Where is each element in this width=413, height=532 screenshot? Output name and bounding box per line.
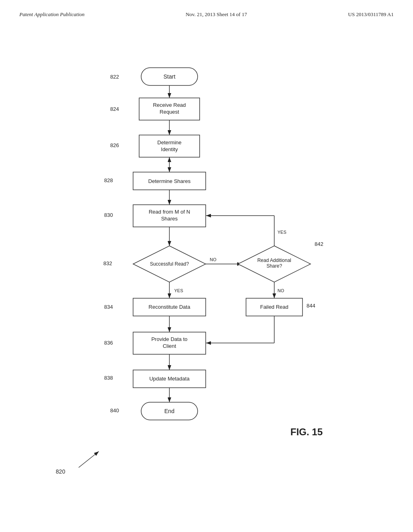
node-842: Read Additional Share? 842 xyxy=(238,241,323,282)
svg-text:YES: YES xyxy=(277,230,286,235)
svg-text:YES: YES xyxy=(174,288,183,293)
svg-text:Identity: Identity xyxy=(161,146,178,152)
node-826: Determine Identity 826 xyxy=(110,135,200,157)
svg-text:Receive Read: Receive Read xyxy=(153,102,186,108)
svg-text:844: 844 xyxy=(307,303,315,309)
svg-text:Read Additional: Read Additional xyxy=(257,258,291,263)
svg-text:End: End xyxy=(165,408,175,414)
svg-text:842: 842 xyxy=(315,241,323,247)
svg-text:820: 820 xyxy=(56,468,65,475)
node-828: Determine Shares 828 xyxy=(104,172,206,190)
node-822: Start 822 xyxy=(110,68,198,85)
node-834: Reconstitute Data 834 xyxy=(104,298,206,316)
header-center: Nov. 21, 2013 Sheet 14 of 17 xyxy=(186,11,247,18)
header-right: US 2013/0311789 A1 xyxy=(348,11,394,18)
node-832: Successful Read? 832 xyxy=(103,246,206,282)
node-830: Read from M of N Shares 830 xyxy=(104,205,206,227)
svg-text:822: 822 xyxy=(110,74,119,80)
svg-text:834: 834 xyxy=(104,304,113,310)
svg-text:826: 826 xyxy=(110,142,119,148)
svg-text:Shares: Shares xyxy=(161,216,178,222)
svg-text:Client: Client xyxy=(163,343,176,349)
svg-text:Provide Data to: Provide Data to xyxy=(151,336,188,342)
svg-text:NO: NO xyxy=(210,257,217,262)
svg-text:836: 836 xyxy=(104,340,113,346)
svg-text:NO: NO xyxy=(277,288,284,293)
header-left: Patent Application Publication xyxy=(19,11,85,18)
svg-text:840: 840 xyxy=(110,407,119,414)
node-840: End 840 xyxy=(110,402,198,420)
flowchart-svg: Start 822 Receive Read Request 824 Deter… xyxy=(0,32,413,524)
node-844: Failed Read 844 xyxy=(246,298,315,316)
svg-text:Determine: Determine xyxy=(157,139,181,145)
svg-text:824: 824 xyxy=(110,106,119,112)
svg-text:Reconstitute Data: Reconstitute Data xyxy=(148,304,190,310)
svg-text:830: 830 xyxy=(104,212,113,218)
node-836: Provide Data to Client 836 xyxy=(104,332,206,354)
node-838: Update Metadata 838 xyxy=(104,370,206,388)
svg-line-62 xyxy=(79,451,99,468)
svg-text:Read from M of N: Read from M of N xyxy=(149,209,190,215)
svg-text:Request: Request xyxy=(160,109,179,115)
page-header: Patent Application Publication Nov. 21, … xyxy=(0,0,413,18)
svg-text:Start: Start xyxy=(163,73,175,80)
page: Patent Application Publication Nov. 21, … xyxy=(0,0,413,532)
svg-text:832: 832 xyxy=(103,260,112,266)
svg-text:Update Metadata: Update Metadata xyxy=(149,376,190,382)
svg-text:838: 838 xyxy=(104,375,113,381)
svg-text:Determine Shares: Determine Shares xyxy=(148,178,191,184)
svg-text:828: 828 xyxy=(104,177,113,183)
svg-text:Failed Read: Failed Read xyxy=(260,304,288,310)
flowchart-diagram: Start 822 Receive Read Request 824 Deter… xyxy=(0,32,413,524)
svg-text:Share?: Share? xyxy=(267,263,282,269)
svg-text:FIG. 15: FIG. 15 xyxy=(290,426,323,437)
svg-text:Successful Read?: Successful Read? xyxy=(150,261,189,267)
node-824: Receive Read Request 824 xyxy=(110,98,200,120)
